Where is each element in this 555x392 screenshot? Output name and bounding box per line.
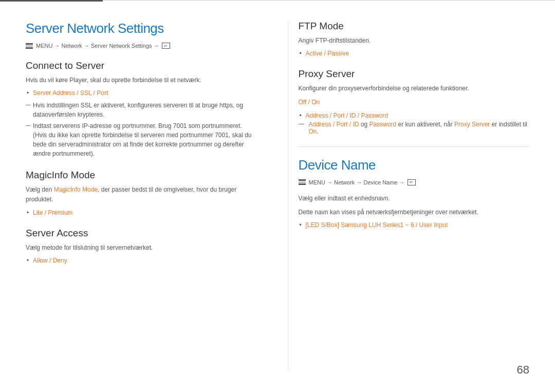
server-access-bullet-1: Allow / Deny: [26, 257, 257, 264]
ftp-mode-body: Angiv FTP-driftstilstanden.: [299, 36, 530, 46]
server-settings-menu-text: MENU → Network → Server Network Settings…: [36, 43, 159, 49]
proxy-server-section: Proxy Server Konfigurer din proxyserverf…: [299, 68, 530, 135]
connect-to-server-body: Hvis du vil køre Player, skal du oprette…: [26, 76, 257, 85]
ftp-mode-bullet-1: Active / Passive: [299, 50, 530, 57]
device-name-menu-text: MENU → Network → Device Name →: [309, 179, 405, 185]
magicinfo-mode-bullets: Lite / Premium: [26, 209, 257, 216]
connect-to-server-dashes: Hvis indstillingen SSL er aktiveret, kon…: [26, 101, 257, 158]
proxy-server-status: Off / On: [299, 98, 530, 107]
connect-to-server-bullets: Server Address / SSL / Port: [26, 89, 257, 97]
device-name-bullet-1: [LED S/Box] Samsung LUH Series1 ~ 6 / Us…: [299, 221, 530, 229]
magicinfo-mode-section: MagicInfo Mode Vælg den MagicInfo Mode, …: [26, 170, 257, 216]
connect-to-server-section: Connect to Server Hvis du vil køre Playe…: [26, 60, 257, 158]
connect-server-bullet-1: Server Address / SSL / Port: [26, 89, 257, 97]
connect-server-dash-2: Indtast serverens IP-adresse og portnumm…: [26, 121, 257, 158]
proxy-server-bullet-1: Address / Port / ID / Password: [299, 112, 530, 119]
right-column: FTP Mode Angiv FTP-driftstilstanden. Act…: [288, 21, 530, 371]
device-name-menu-icon: [299, 179, 306, 185]
magicinfo-mode-link: MagicInfo Mode: [54, 186, 98, 193]
off-on-status: Off / On: [299, 99, 320, 106]
page-number: 68: [517, 363, 529, 377]
server-access-title: Server Access: [26, 228, 257, 239]
device-name-enter-icon: ↵: [408, 179, 416, 185]
ftp-mode-bullets: Active / Passive: [299, 50, 530, 57]
connect-server-dash-1: Hvis indstillingen SSL er aktiveret, kon…: [26, 101, 257, 119]
device-name-body1: Vælg eller indtast et enhedsnavn.: [299, 194, 530, 203]
device-name-body2: Dette navn kan vises på netværksfjernbet…: [299, 208, 530, 217]
ftp-mode-title: FTP Mode: [299, 21, 530, 32]
address-port-id-password-link: Address / Port / ID / Password: [306, 112, 388, 119]
enter-icon: ↵: [162, 43, 170, 49]
device-name-bullets: [LED S/Box] Samsung LUH Series1 ~ 6 / Us…: [299, 221, 530, 229]
server-access-body: Vælg metode for tilslutning til serverne…: [26, 243, 257, 253]
device-name-menu-path: MENU → Network → Device Name → ↵: [299, 179, 530, 185]
ftp-mode-section: FTP Mode Angiv FTP-driftstilstanden. Act…: [299, 21, 530, 57]
led-box-link: [LED S/Box] Samsung LUH Series1 ~ 6 / Us…: [306, 221, 448, 229]
proxy-server-body: Konfigurer din proxyserverforbindelse og…: [299, 84, 530, 94]
server-address-link: Server Address / SSL / Port: [33, 89, 108, 97]
proxy-server-title: Proxy Server: [299, 68, 530, 80]
active-passive-link: Active / Passive: [306, 50, 349, 57]
lite-premium-link: Lite / Premium: [33, 209, 72, 216]
server-access-section: Server Access Vælg metode for tilslutnin…: [26, 228, 257, 264]
menu-icon: [26, 43, 33, 49]
magicinfo-mode-bullet-1: Lite / Premium: [26, 209, 257, 216]
magicinfo-mode-body: Vælg den MagicInfo Mode, der passer beds…: [26, 185, 257, 204]
device-name-title: Device Name: [299, 157, 530, 173]
allow-deny-link: Allow / Deny: [33, 257, 67, 264]
magicinfo-mode-title: MagicInfo Mode: [26, 170, 257, 181]
connect-to-server-title: Connect to Server: [26, 60, 257, 71]
device-name-section: Device Name MENU → Network → Device Name…: [299, 157, 530, 229]
server-network-settings-section: Server Network Settings MENU → Network →…: [26, 21, 257, 49]
proxy-server-sub-bullet: — Address / Port / ID og Password er kun…: [299, 121, 530, 135]
server-settings-menu-path: MENU → Network → Server Network Settings…: [26, 43, 257, 49]
server-access-bullets: Allow / Deny: [26, 257, 257, 264]
server-network-settings-title: Server Network Settings: [26, 21, 257, 36]
proxy-server-bullets: Address / Port / ID / Password — Address…: [299, 112, 530, 135]
section-divider: [299, 146, 530, 147]
left-column: Server Network Settings MENU → Network →…: [26, 21, 267, 371]
proxy-sub-text: Address / Port / ID og Password er kun a…: [309, 121, 528, 135]
